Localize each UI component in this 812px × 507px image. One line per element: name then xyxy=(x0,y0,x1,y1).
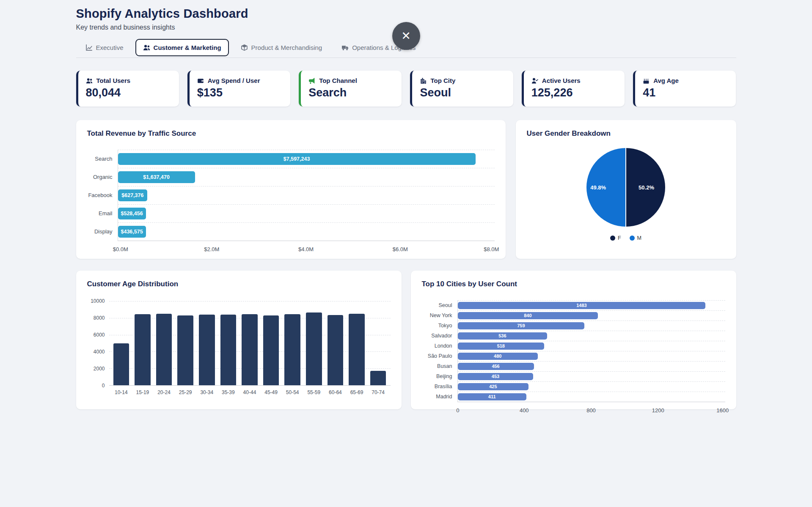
users-icon xyxy=(86,77,93,84)
x-tick-label: 10-14 xyxy=(113,389,129,395)
user-check-icon xyxy=(531,77,538,84)
x-tick-label: $4.0M xyxy=(298,246,314,252)
bar-60-64 xyxy=(328,315,344,385)
hbar-row: 456 xyxy=(458,361,725,371)
hbar-row: $1,637,470 xyxy=(118,168,495,186)
gender-pie: 50.2%49.8% xyxy=(586,148,665,227)
bar-london: 518 xyxy=(458,343,545,350)
y-tick-label: 6000 xyxy=(94,332,105,338)
page-title: Shopify Analytics Dashboard xyxy=(76,7,736,21)
bar-seoul: 1483 xyxy=(458,302,706,309)
category-label: Search xyxy=(87,150,118,168)
bar-bras-lia: 425 xyxy=(458,383,529,390)
x-tick-label: 40-44 xyxy=(242,389,258,395)
bar-value-label: 759 xyxy=(517,323,525,328)
x-tick-label: 400 xyxy=(520,407,529,414)
bar-40-44 xyxy=(242,314,258,385)
hbar-row: $7,597,243 xyxy=(118,150,495,168)
tab-executive[interactable]: Executive xyxy=(78,39,131,56)
kpi-label-text: Avg Age xyxy=(653,77,679,84)
kpi-label-text: Total Users xyxy=(96,77,131,84)
bar-20-24 xyxy=(156,314,172,385)
x-tick-label: 15-19 xyxy=(135,389,151,395)
kpi-card-avg-spend-user: Avg Spend / User$135 xyxy=(187,71,290,107)
hbar-x-axis: $0.0M$2.0M$4.0M$6.0M$8.0M xyxy=(118,244,495,255)
bar-value-label: $528,456 xyxy=(121,211,143,217)
category-label: Seoul xyxy=(422,300,457,310)
kpi-label-row: Active Users xyxy=(531,77,617,84)
hbar-body: SearchOrganicFacebookEmailDisplay$7,597,… xyxy=(87,150,495,255)
package-icon xyxy=(241,44,248,51)
hbar-rows: $7,597,243$1,637,470$627,376$528,456$436… xyxy=(118,150,495,241)
bar-new-york: 840 xyxy=(458,312,598,319)
legend-item-f[interactable]: F xyxy=(610,235,621,241)
bar-s-o-paulo: 480 xyxy=(458,353,538,360)
hbar-x-axis: 040080012001600 xyxy=(457,406,725,417)
category-label: Tokyo xyxy=(422,321,457,331)
bar-value-label: 411 xyxy=(488,394,496,399)
bar-beijing: 453 xyxy=(458,373,534,380)
gender-chart-card: User Gender Breakdown 50.2%49.8%FM xyxy=(516,120,736,259)
dashboard-container: Shopify Analytics Dashboard Key trends a… xyxy=(76,0,736,409)
x-tick-label: 800 xyxy=(586,407,596,414)
bar-value-label: $627,376 xyxy=(121,192,143,198)
bar-search: $7,597,243 xyxy=(118,153,476,165)
bar-value-label: 456 xyxy=(492,364,499,369)
kpi-value: Seoul xyxy=(420,86,505,99)
tab-label: Executive xyxy=(96,44,124,51)
legend-label: M xyxy=(637,235,641,241)
kpi-card-avg-age: Avg Age41 xyxy=(633,71,736,107)
kpi-label-row: Total Users xyxy=(86,77,171,84)
kpi-label-text: Top Channel xyxy=(319,77,357,84)
bar-value-label: 425 xyxy=(489,384,497,389)
hbar-row: 453 xyxy=(458,371,725,381)
kpi-value: 80,044 xyxy=(86,86,171,99)
x-tick-label: 35-39 xyxy=(220,389,237,395)
x-tick-label: 1200 xyxy=(652,407,664,414)
kpi-label-text: Active Users xyxy=(542,77,581,84)
y-tick-label: 8000 xyxy=(94,315,105,321)
pie-slice-divider xyxy=(625,148,626,227)
tab-product-merchandising[interactable]: Product & Merchandising xyxy=(233,39,330,56)
x-tick-label: 45-49 xyxy=(263,389,279,395)
y-tick-label: 4000 xyxy=(94,349,105,355)
x-tick-label: 20-24 xyxy=(156,389,172,395)
vbar-plot-area xyxy=(109,301,391,386)
bar-35-39 xyxy=(220,315,237,385)
x-tick-label: 30-34 xyxy=(199,389,215,395)
hbar-row: 759 xyxy=(458,321,725,331)
kpi-label-row: Top City xyxy=(420,77,505,84)
bar-55-59 xyxy=(306,312,322,385)
bar-salvador: 536 xyxy=(458,332,548,340)
megaphone-icon xyxy=(308,77,315,84)
tab-customer-marketing[interactable]: Customer & Marketing xyxy=(135,39,229,56)
close-button[interactable]: ✕ xyxy=(392,22,420,50)
bar-50-54 xyxy=(284,314,300,385)
vbar-y-axis: 0200040006000800010000 xyxy=(87,301,109,386)
bar-value-label: 536 xyxy=(498,333,506,338)
hbar-row: 1483 xyxy=(458,300,725,310)
category-label: Busan xyxy=(422,361,457,371)
kpi-label-text: Top City xyxy=(430,77,455,84)
revenue-chart-title: Total Revenue by Traffic Source xyxy=(87,129,495,138)
kpi-card-top-channel: Top ChannelSearch xyxy=(299,71,402,107)
category-label: Salvador xyxy=(422,331,457,341)
category-label: Facebook xyxy=(87,186,118,204)
legend-item-m[interactable]: M xyxy=(630,235,641,241)
kpi-value: 125,226 xyxy=(531,86,617,99)
hbar-row: 518 xyxy=(458,341,725,351)
kpi-value: Search xyxy=(308,86,394,99)
x-tick-label: 65-69 xyxy=(349,389,365,395)
legend-label: F xyxy=(618,235,621,241)
category-label: London xyxy=(422,341,457,351)
bar-10-14 xyxy=(113,343,129,386)
hbar-row: 411 xyxy=(458,392,725,402)
hbar-rows: 1483840759536518480456453425411 xyxy=(457,300,725,402)
kpi-value: 41 xyxy=(643,86,728,99)
category-label: Brasília xyxy=(422,381,457,392)
bar-70-74 xyxy=(370,371,386,385)
legend-dot xyxy=(630,236,635,241)
x-tick-label: 55-59 xyxy=(306,389,322,395)
bar-45-49 xyxy=(263,315,279,385)
bar-value-label: 453 xyxy=(492,374,499,379)
